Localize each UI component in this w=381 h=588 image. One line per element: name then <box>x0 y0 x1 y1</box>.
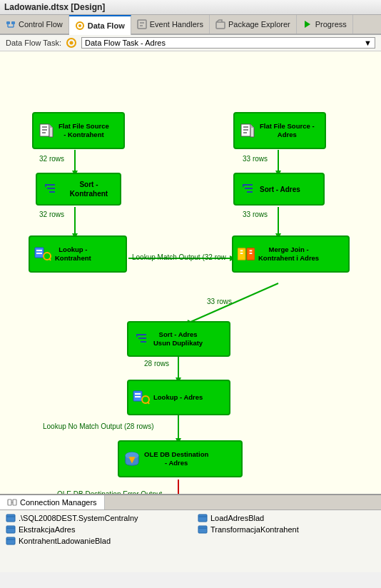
svg-rect-90 <box>198 526 207 533</box>
conn-kontrahentladowanie-label: KontrahentLadowanieBlad <box>19 537 111 545</box>
tab-bar: Control Flow Data Flow Event Handlers Pa… <box>0 15 381 35</box>
svg-rect-69 <box>135 396 141 397</box>
tab-data-flow[interactable]: Data Flow <box>69 15 131 35</box>
svg-marker-11 <box>305 21 310 28</box>
row-label-33-2: 33 rows <box>243 211 268 218</box>
node-lookup-kontrahent[interactable]: Lookup - Kontrahent <box>29 235 127 273</box>
tab-progress-label: Progress <box>315 20 347 29</box>
svg-rect-61 <box>250 250 253 251</box>
task-dropdown-value: Data Flow Task - Adres <box>85 39 166 47</box>
task-dropdown[interactable]: Data Flow Task - Adres ▼ <box>81 37 375 49</box>
node-sort-kontrahent-label: Sort - Kontrahent <box>62 180 116 198</box>
tab-control-flow[interactable]: Control Flow <box>0 15 69 34</box>
svg-rect-82 <box>13 500 16 505</box>
conn-ekstrakcjaadres-label: EkstrakcjaAdres <box>19 525 75 534</box>
conn-item-kontrahentladowanie[interactable]: KontrahentLadowanieBlad <box>6 536 183 546</box>
svg-line-24 <box>189 283 278 323</box>
ole-db-error-output-label: OLE DB Destination Error Output <box>57 490 162 494</box>
node-ole-db-destination[interactable]: OLE DB Destination - Adres <box>118 440 243 477</box>
row-label-32-2: 32 rows <box>39 211 64 218</box>
connection-managers-panel: Connection Managers .\SQL2008DEST.System… <box>0 494 381 572</box>
node-sort-adres-dup[interactable]: Sort - Adres Usun Duplikaty <box>127 321 230 357</box>
conn-item-transformkontrahent[interactable]: TransformacjaKontrahent <box>198 524 375 534</box>
svg-marker-37 <box>49 124 53 128</box>
flat-file-source-kontrahent-icon <box>38 122 55 139</box>
tab-progress[interactable]: Progress <box>297 15 353 34</box>
connection-managers-tab-bar: Connection Managers <box>0 495 381 510</box>
node-merge-join-label: Merge Join - Kontrahent i Adres <box>258 245 319 263</box>
node-sort-adres-dup-label: Sort - Adres Usun Duplikaty <box>153 330 203 348</box>
title-bar: Ladowanie.dtsx [Design] <box>0 0 381 15</box>
design-canvas: Flat File Source - Kontrahent 32 rows So… <box>0 51 381 494</box>
node-lookup-adres[interactable]: Lookup - Adres <box>127 380 230 415</box>
conn-item-loadadrblad[interactable]: LoadAdresBlad <box>198 513 375 523</box>
conn-transformkontrahent-label: TransformacjaKontrahent <box>210 525 299 534</box>
lookup-match-output-label: Lookup Match Output (32 row <box>132 253 226 261</box>
conn-sql2008dest-icon <box>6 513 16 523</box>
svg-rect-50 <box>243 132 247 133</box>
svg-rect-92 <box>6 537 15 544</box>
svg-rect-68 <box>135 393 141 395</box>
sort-kontrahent-icon <box>41 181 59 198</box>
svg-rect-88 <box>6 526 15 533</box>
connection-managers-tab-icon <box>7 497 17 507</box>
svg-rect-34 <box>42 129 47 131</box>
svg-rect-7 <box>138 20 146 29</box>
node-sort-adres[interactable]: Sort - Adres <box>233 173 325 206</box>
node-sort-adres-label: Sort - Adres <box>260 185 300 194</box>
node-ole-db-destination-label: OLE DB Destination - Adres <box>144 450 208 468</box>
node-sort-kontrahent[interactable]: Sort - Kontrahent <box>36 173 121 206</box>
sort-adres-dup-icon <box>133 330 150 348</box>
package-explorer-icon <box>215 19 225 29</box>
node-lookup-adres-label: Lookup - Adres <box>153 393 203 402</box>
data-flow-icon <box>75 21 85 31</box>
conn-item-ekstrakcjaadres[interactable]: EkstrakcjaAdres <box>6 524 183 534</box>
tab-package-explorer-label: Package Explorer <box>228 20 290 29</box>
tab-package-explorer[interactable]: Package Explorer <box>210 15 297 34</box>
svg-rect-49 <box>243 129 248 131</box>
svg-point-13 <box>70 41 73 45</box>
svg-rect-44 <box>36 253 42 254</box>
lookup-adres-icon <box>133 389 150 406</box>
svg-rect-48 <box>243 126 248 128</box>
svg-rect-59 <box>240 250 243 251</box>
merge-join-icon <box>238 245 255 263</box>
node-flat-file-source-adres[interactable]: Flat File Source - Adres <box>233 112 326 149</box>
lookup-no-match-output-label: Lookup No Match Output (28 rows) <box>43 422 154 430</box>
conn-kontrahentladowanie-icon <box>6 536 16 546</box>
ole-db-dest-icon <box>123 450 141 467</box>
node-flat-file-source-kontrahent[interactable]: Flat File Source - Kontrahent <box>32 112 125 149</box>
svg-rect-35 <box>42 132 46 133</box>
dropdown-arrow-icon: ▼ <box>364 39 372 47</box>
toolbar-label: Data Flow Task: <box>6 39 61 47</box>
node-merge-join[interactable]: Merge Join - Kontrahent i Adres <box>232 235 350 273</box>
tab-event-handlers[interactable]: Event Handlers <box>131 15 210 34</box>
conn-transformkontrahent-icon <box>198 524 208 534</box>
connection-managers-tab[interactable]: Connection Managers <box>0 495 105 510</box>
svg-rect-62 <box>250 253 253 254</box>
svg-marker-52 <box>250 124 254 128</box>
conn-item-sql2008dest[interactable]: .\SQL2008DEST.SystemCentralny <box>6 513 183 523</box>
tab-control-flow-label: Control Flow <box>19 20 63 29</box>
conn-ekstrakcjaadres-icon <box>6 524 16 534</box>
toolbar-row: Data Flow Task: Data Flow Task - Adres ▼ <box>0 35 381 51</box>
conn-loadadrblad-label: LoadAdresBlad <box>210 514 264 522</box>
row-label-28: 28 rows <box>144 360 169 368</box>
conn-sql2008dest-label: .\SQL2008DEST.SystemCentralny <box>19 514 138 522</box>
svg-marker-56 <box>243 185 245 188</box>
row-label-33-1: 33 rows <box>243 155 268 163</box>
control-flow-icon <box>6 19 16 29</box>
flat-file-source-adres-icon <box>239 122 256 139</box>
connection-managers-items: .\SQL2008DEST.SystemCentralny LoadAdresB… <box>0 510 381 549</box>
window-title: Ladowanie.dtsx [Design] <box>4 2 105 12</box>
row-label-32-1: 32 rows <box>39 155 64 163</box>
svg-rect-33 <box>42 126 47 128</box>
node-flat-file-source-kontrahent-label: Flat File Source - Kontrahent <box>59 122 109 140</box>
svg-rect-0 <box>6 21 10 24</box>
svg-rect-43 <box>36 250 42 251</box>
connection-managers-tab-label: Connection Managers <box>20 498 97 507</box>
svg-rect-86 <box>198 514 207 522</box>
svg-point-6 <box>78 24 81 27</box>
svg-rect-84 <box>6 514 15 522</box>
svg-rect-60 <box>240 253 243 254</box>
